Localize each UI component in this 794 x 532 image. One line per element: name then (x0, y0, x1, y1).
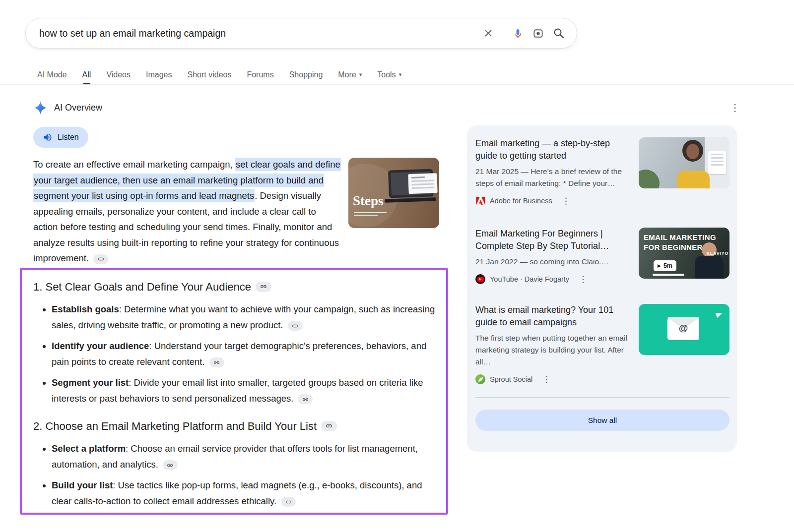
tab-all[interactable]: All (82, 64, 91, 85)
link-icon (98, 256, 104, 262)
tab-label: Short videos (187, 70, 231, 79)
steps-image-caption (354, 212, 387, 217)
duration-text: 5m (663, 262, 672, 269)
sprout-social-icon (475, 374, 485, 384)
source-card: Email marketing — a step-by-step guide t… (475, 137, 729, 206)
more-options-icon[interactable]: ⋮ (542, 375, 550, 384)
envelope-icon: @ (667, 317, 699, 340)
more-options-icon[interactable]: ⋮ (562, 197, 570, 205)
adobe-logo-icon (475, 196, 485, 206)
steps-thumbnail-image[interactable]: Steps (348, 158, 439, 228)
source-snippet: The first step when putting together an … (475, 332, 631, 368)
mic-icon[interactable] (512, 28, 524, 39)
sparkle-icon (34, 101, 47, 115)
source-title-link[interactable]: Email Marketing For Beginners | Complete… (475, 228, 631, 252)
tab-label: AI Mode (37, 70, 67, 79)
source-card-text: Email marketing — a step-by-step guide t… (475, 137, 631, 206)
citation-link-chip[interactable] (93, 254, 108, 264)
bullet-item: Establish goals: Determine what you want… (52, 301, 437, 333)
bullet-lead: Build your list (52, 480, 113, 490)
search-icon[interactable] (553, 27, 565, 39)
bullet-list: Establish goals: Determine what you want… (33, 301, 437, 406)
bullet-lead: Identify your audience (52, 341, 149, 351)
lens-icon[interactable] (532, 28, 544, 39)
link-icon (213, 359, 220, 366)
source-name: YouTube · Davie Fogarty (490, 275, 569, 283)
person-illustration (686, 144, 699, 159)
chevron-down-icon: ▾ (399, 71, 402, 78)
bullet-item: Segment your list: Divide your email lis… (52, 375, 437, 406)
citation-link-chip[interactable] (288, 321, 303, 331)
youtube-icon (475, 274, 485, 284)
show-all-button[interactable]: Show all (475, 410, 729, 431)
search-input[interactable]: how to set up an email marketing campaig… (39, 28, 483, 39)
search-bar-icons (483, 26, 565, 40)
tab-ai-mode[interactable]: AI Mode (37, 64, 67, 85)
article-thumbnail[interactable] (639, 137, 729, 188)
ai-overview-text: To create an effective email marketing c… (33, 157, 343, 266)
citation-link-chip[interactable] (256, 282, 271, 292)
link-icon (326, 422, 332, 429)
link-icon (285, 499, 292, 505)
tab-label: More (338, 70, 356, 79)
tabs-divider (0, 84, 794, 85)
citation-link-chip[interactable] (281, 497, 296, 507)
person-illustration (677, 171, 710, 188)
tab-label: Shopping (289, 70, 323, 79)
listen-button[interactable]: Listen (33, 127, 88, 148)
source-title-link[interactable]: Email marketing — a step-by-step guide t… (475, 137, 631, 162)
tab-more[interactable]: More▾ (338, 64, 362, 85)
source-name: Sprout Social (490, 375, 532, 383)
overflow-menu-icon[interactable]: ⋮ (729, 103, 740, 113)
source-meta: Adobe for Business ⋮ (475, 196, 631, 206)
person-illustration (695, 256, 724, 279)
link-icon (302, 396, 309, 403)
bullet-lead: Select a platform (52, 443, 126, 454)
thumbnail-brand-text: KLAVIYO (707, 251, 728, 256)
background-shape (708, 151, 726, 174)
source-meta: YouTube · Davie Fogarty ⋮ (475, 274, 631, 284)
tab-short-videos[interactable]: Short videos (187, 64, 231, 85)
article-thumbnail[interactable]: @ (639, 304, 729, 355)
citation-link-chip[interactable] (321, 421, 337, 431)
source-card-text: What is email marketing? Your 101 guide … (475, 304, 631, 384)
citation-link-chip[interactable] (163, 460, 178, 470)
source-card: Email Marketing For Beginners | Complete… (475, 228, 729, 284)
background-shape (639, 170, 660, 188)
bullet-lead: Establish goals (52, 304, 119, 314)
tab-images[interactable]: Images (146, 64, 172, 85)
bullet-item: Build your list: Use tactics like pop-up… (52, 477, 437, 509)
ai-overview-title: AI Overview (54, 103, 102, 113)
bullet-list: Select a platform: Choose an email servi… (33, 441, 437, 509)
search-bar[interactable]: how to set up an email marketing campaig… (25, 18, 577, 49)
section-heading-2: 2. Choose an Email Marketing Platform an… (33, 419, 437, 434)
tab-label: Videos (106, 70, 131, 79)
link-icon (260, 283, 267, 290)
source-snippet: 21 Mar 2025 — Here's a brief review of t… (475, 166, 631, 189)
link-icon (167, 462, 173, 469)
chevron-down-icon: ▾ (359, 71, 362, 78)
bullet-item: Identify your audience: Understand your … (52, 338, 437, 369)
sources-panel: Email marketing — a step-by-step guide t… (467, 125, 737, 452)
source-snippet: 21 Jan 2022 — so coming into Claio.… (475, 256, 631, 268)
play-icon: ▶ (658, 263, 661, 268)
at-sign: @ (667, 323, 699, 334)
progress-bar (653, 274, 684, 276)
tab-label: All (82, 70, 91, 79)
video-thumbnail[interactable]: EMAIL MARKETING FOR BEGINNERS KLAVIYO ▶5… (639, 228, 729, 279)
thumbnail-text: FOR BEGINNERS (644, 243, 708, 251)
listen-label: Listen (58, 133, 79, 142)
tab-forums[interactable]: Forums (247, 64, 273, 85)
source-card: What is email marketing? Your 101 guide … (475, 304, 729, 384)
tab-shopping[interactable]: Shopping (289, 64, 323, 85)
citation-link-chip[interactable] (298, 394, 313, 404)
clear-icon[interactable] (483, 28, 494, 39)
source-title-link[interactable]: What is email marketing? Your 101 guide … (475, 304, 631, 329)
more-options-icon[interactable]: ⋮ (579, 275, 587, 284)
tab-videos[interactable]: Videos (106, 64, 131, 85)
source-card-text: Email Marketing For Beginners | Complete… (475, 228, 631, 284)
section-heading-1: 1. Set Clear Goals and Define Your Audie… (33, 280, 437, 295)
paper-plane-icon (716, 311, 724, 318)
tab-tools[interactable]: Tools▾ (377, 64, 401, 85)
citation-link-chip[interactable] (209, 357, 224, 367)
